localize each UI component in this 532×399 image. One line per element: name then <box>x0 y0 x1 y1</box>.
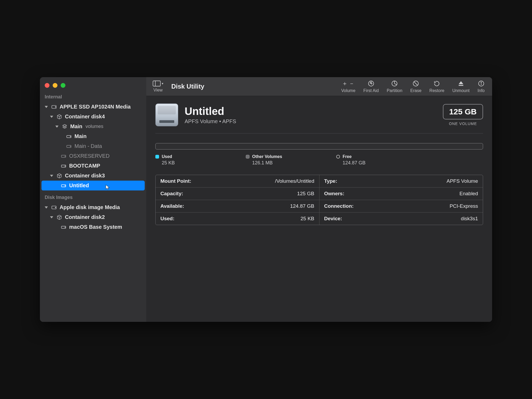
chevron-down-icon[interactable] <box>50 114 54 120</box>
info-value: /Volumes/Untitled <box>275 178 314 184</box>
disk-utility-window: Internal APPLE SSD AP1024N Media Contain… <box>40 77 492 322</box>
info-button[interactable]: Info <box>476 80 486 93</box>
volume-icon <box>61 153 66 159</box>
toolbar-label: Volume <box>341 88 355 93</box>
svg-point-24 <box>481 82 481 83</box>
close-window-button[interactable] <box>45 83 49 88</box>
table-row: Used:25 KB Device:disk3s1 <box>156 213 483 225</box>
sidebar-item-bootcamp[interactable]: BOOTCAMP <box>40 161 146 171</box>
toolbar-label: Restore <box>429 88 444 93</box>
usage-legend: Used 25 KB Other Volumes 126.1 MB Free 1… <box>155 154 483 166</box>
svg-point-11 <box>65 185 65 186</box>
sidebar-item-container-disk2[interactable]: Container disk2 <box>40 212 146 222</box>
first-aid-button[interactable]: First Aid <box>362 80 380 93</box>
chevron-down-icon[interactable] <box>50 214 54 220</box>
chevron-down-icon[interactable] <box>55 123 59 130</box>
legend-value: 25 KB <box>162 160 214 166</box>
sidebar-item-label: BOOTCAMP <box>69 163 100 169</box>
sidebar-item-macos-base[interactable]: macOS Base System <box>40 222 146 232</box>
restore-button[interactable]: Restore <box>428 80 446 93</box>
info-key: Device: <box>324 216 342 222</box>
sidebar-item-main[interactable]: Main <box>40 131 146 141</box>
info-value: 124.87 GB <box>290 203 314 209</box>
sidebar-item-label: Main - Data <box>74 143 102 149</box>
table-row: Mount Point:/Volumes/Untitled Type:APFS … <box>156 175 483 188</box>
table-row: Available:124.87 GB Connection:PCI-Expre… <box>156 200 483 213</box>
chevron-down-icon[interactable] <box>45 204 48 210</box>
sidebar-item-label: Main <box>74 133 87 139</box>
volume-size-box: 125 GB ONE VOLUME <box>443 104 483 126</box>
swatch-other-icon <box>246 155 250 159</box>
chevron-down-icon[interactable] <box>50 173 54 179</box>
volume-icon <box>66 134 72 139</box>
zoom-window-button[interactable] <box>61 83 65 88</box>
sidebar: Internal APPLE SSD AP1024N Media Contain… <box>40 77 146 322</box>
info-key: Connection: <box>324 203 354 209</box>
sidebar-toggle-icon: ▾ <box>153 80 163 87</box>
sidebar-item-label: macOS Base System <box>69 224 122 230</box>
volume-icon <box>61 163 66 169</box>
sidebar-item-internal-media[interactable]: APPLE SSD AP1024N Media <box>40 102 146 112</box>
sidebar-item-osxreserved[interactable]: OSXRESERVED <box>40 151 146 161</box>
sidebar-item-label: APPLE SSD AP1024N Media <box>60 104 131 110</box>
svg-point-13 <box>55 207 56 207</box>
toolbar: ▾ View Disk Utility ＋ － Volume First Aid <box>146 77 492 96</box>
first-aid-icon <box>368 80 375 87</box>
sidebar-item-label: Container disk2 <box>65 214 105 220</box>
container-icon <box>56 173 62 179</box>
restore-icon <box>433 80 440 87</box>
usage-bar <box>155 143 483 149</box>
eject-icon <box>458 80 464 87</box>
sidebar-item-untitled[interactable]: Untitled <box>41 181 145 190</box>
toolbar-label: Unmount <box>452 88 469 93</box>
volume-info-table: Mount Point:/Volumes/Untitled Type:APFS … <box>155 175 483 225</box>
info-value: disk3s1 <box>461 216 478 222</box>
info-value: PCI-Express <box>450 203 478 209</box>
sidebar-item-main-data[interactable]: Main - Data <box>40 141 146 151</box>
chevron-down-icon: ▾ <box>162 82 163 85</box>
info-key: Type: <box>324 178 337 184</box>
sidebar-item-container-disk4[interactable]: Container disk4 <box>40 112 146 122</box>
unmount-button[interactable]: Unmount <box>451 80 471 93</box>
sidebar-item-container-disk3[interactable]: Container disk3 <box>40 171 146 181</box>
erase-button[interactable]: Erase <box>409 80 423 93</box>
info-key: Used: <box>160 216 174 222</box>
swatch-used-icon <box>155 155 159 159</box>
legend-value: 124.87 GB <box>343 160 395 166</box>
svg-point-3 <box>70 136 71 137</box>
legend-label: Free <box>343 154 352 159</box>
sidebar-item-main-volumes[interactable]: Main volumes <box>40 122 146 131</box>
sidebar-item-label: Untitled <box>69 182 89 189</box>
chevron-down-icon[interactable] <box>45 104 48 110</box>
svg-line-21 <box>414 82 418 85</box>
minimize-window-button[interactable] <box>53 83 57 88</box>
toolbar-label: Erase <box>410 88 422 93</box>
volume-large-icon <box>155 103 178 126</box>
toolbar-label: View <box>153 88 163 93</box>
info-icon <box>478 80 485 87</box>
disk-icon <box>51 205 57 210</box>
info-key: Available: <box>160 203 184 209</box>
sidebar-item-apple-disk-image[interactable]: Apple disk image Media <box>40 202 146 212</box>
svg-point-1 <box>55 106 56 107</box>
sidebar-item-label: OSXRESERVED <box>69 153 110 159</box>
info-key: Mount Point: <box>160 178 191 184</box>
toolbar-label: First Aid <box>363 88 379 93</box>
container-icon <box>56 114 62 120</box>
window-title: Disk Utility <box>171 83 204 90</box>
legend-value: 126.1 MB <box>252 160 304 166</box>
legend-other: Other Volumes 126.1 MB <box>246 154 304 166</box>
toolbar-label: Partition <box>387 88 402 93</box>
volume-detail: Untitled APFS Volume • APFS 125 GB ONE V… <box>146 96 492 322</box>
partition-button[interactable]: Partition <box>385 80 404 93</box>
toolbar-label: Info <box>477 88 485 93</box>
legend-free: Free 124.87 GB <box>336 154 395 166</box>
cursor-icon <box>105 184 110 190</box>
window-controls <box>40 80 146 93</box>
sidebar-item-label: Container disk3 <box>65 173 105 179</box>
volume-icon <box>61 183 66 189</box>
sidebar-item-label: Apple disk image Media <box>60 204 120 210</box>
disk-icon <box>51 104 57 110</box>
volume-add-remove-button[interactable]: ＋ － Volume <box>340 80 357 93</box>
view-menu-button[interactable]: ▾ View <box>151 80 165 93</box>
